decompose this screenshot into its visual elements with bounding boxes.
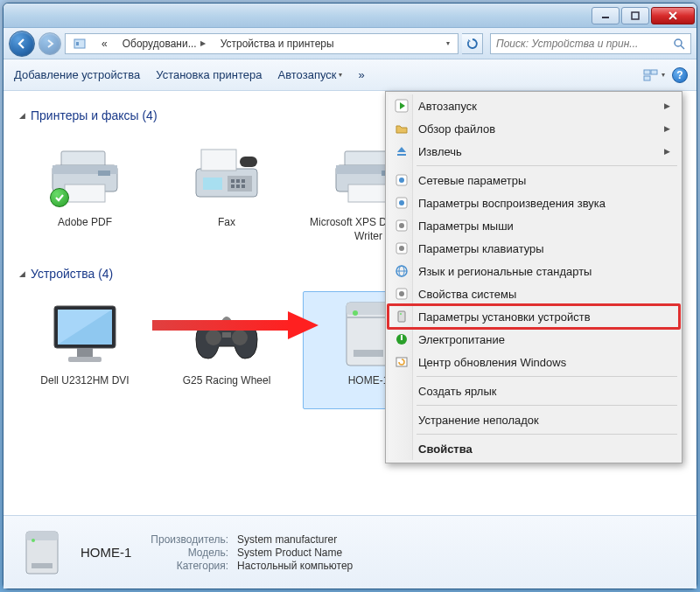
- search-input[interactable]: [496, 38, 673, 50]
- add-device-button[interactable]: Добавление устройства: [14, 68, 140, 81]
- svg-rect-42: [354, 350, 383, 357]
- svg-point-37: [232, 330, 248, 345]
- breadcrumb-chevron-icon[interactable]: «: [94, 34, 116, 53]
- details-key-manufacturer: Производитель:: [150, 533, 228, 546]
- context-menu-item[interactable]: Центр обновления Windows: [388, 351, 679, 373]
- breadcrumb-dropdown-icon[interactable]: ▾: [436, 34, 458, 53]
- svg-rect-19: [203, 178, 222, 190]
- svg-point-68: [399, 291, 404, 296]
- svg-rect-35: [68, 357, 102, 362]
- add-printer-button[interactable]: Установка принтера: [156, 68, 262, 81]
- svg-rect-4: [74, 39, 85, 48]
- device-label: G25 Racing Wheel: [183, 374, 271, 388]
- context-menu-item[interactable]: Создать ярлык: [388, 380, 679, 402]
- context-menu-item[interactable]: Свойства: [388, 437, 679, 460]
- svg-rect-53: [32, 563, 52, 568]
- submenu-arrow-icon: ▶: [664, 124, 670, 133]
- svg-rect-18: [240, 157, 257, 167]
- device-item[interactable]: Dell U2312HM DVI: [19, 291, 150, 409]
- address-bar[interactable]: « Оборудовани...▶ Устройства и принтеры …: [65, 33, 458, 54]
- back-button[interactable]: [9, 31, 35, 57]
- breadcrumb-icon[interactable]: [66, 34, 94, 53]
- svg-rect-8: [644, 70, 650, 74]
- more-commands-button[interactable]: »: [358, 68, 364, 81]
- view-options-button[interactable]: ▾: [643, 69, 665, 81]
- device-item[interactable]: Adobe PDF: [19, 133, 150, 251]
- svg-rect-22: [236, 179, 240, 183]
- context-menu-separator: [416, 405, 677, 406]
- context-menu-item[interactable]: Параметры воспроизведения звука: [388, 192, 679, 214]
- context-menu-item[interactable]: Извлечь▶: [388, 140, 679, 163]
- svg-point-70: [400, 313, 402, 315]
- submenu-arrow-icon: ▶: [664, 101, 670, 110]
- refresh-button[interactable]: [462, 33, 483, 54]
- keyboard-icon: [394, 240, 410, 256]
- context-menu-item[interactable]: Устранение неполадок: [388, 408, 679, 431]
- svg-rect-26: [242, 185, 245, 188]
- context-menu-label: Создать ярлык: [418, 385, 496, 398]
- fax-icon: [185, 141, 269, 211]
- device-label: Adobe PDF: [58, 216, 112, 230]
- svg-point-52: [32, 539, 35, 542]
- context-menu-item[interactable]: Сетевые параметры: [388, 169, 679, 192]
- context-menu-label: Параметры установки устройств: [418, 310, 591, 324]
- globe-icon: [394, 263, 410, 279]
- details-name: HOME-1: [80, 545, 131, 560]
- svg-rect-5: [76, 42, 79, 45]
- details-key-category: Категория:: [150, 560, 228, 572]
- device-item[interactable]: Fax: [161, 133, 292, 251]
- context-menu-item[interactable]: Автозапуск▶: [388, 94, 679, 117]
- search-box[interactable]: [490, 33, 691, 54]
- svg-rect-34: [77, 348, 93, 357]
- minimize-button[interactable]: [592, 7, 620, 24]
- svg-point-63: [399, 246, 404, 251]
- maximize-button[interactable]: [621, 7, 649, 24]
- network-icon: [394, 172, 410, 188]
- power-icon: [394, 331, 410, 347]
- details-val-manufacturer: System manufacturer: [237, 533, 353, 546]
- context-menu-item[interactable]: Свойства системы: [388, 282, 679, 305]
- breadcrumb-item-1[interactable]: Оборудовани...▶: [116, 34, 214, 53]
- svg-rect-10: [644, 76, 650, 80]
- context-menu-label: Свойства системы: [418, 288, 516, 301]
- context-menu-separator: [416, 376, 677, 377]
- context-menu-label: Электропитание: [418, 333, 505, 346]
- sound-icon: [394, 195, 410, 211]
- svg-rect-15: [98, 171, 110, 176]
- help-button[interactable]: ?: [672, 67, 688, 83]
- device-item[interactable]: G25 Racing Wheel: [161, 291, 292, 409]
- device-label: Dell U2312HM DVI: [40, 374, 129, 388]
- context-menu: Автозапуск▶Обзор файлов▶Извлечь▶Сетевые …: [385, 91, 682, 463]
- details-thumbnail: [16, 526, 68, 579]
- autorun-button[interactable]: Автозапуск ▾: [278, 68, 343, 81]
- svg-rect-1: [632, 12, 639, 19]
- submenu-arrow-icon: ▶: [664, 147, 670, 156]
- context-menu-item[interactable]: Электропитание: [388, 328, 679, 351]
- svg-rect-30: [348, 185, 388, 202]
- breadcrumb-item-2[interactable]: Устройства и принтеры: [214, 34, 342, 53]
- forward-button[interactable]: [38, 32, 61, 55]
- context-menu-item[interactable]: Язык и региональные стандарты: [388, 260, 679, 282]
- context-menu-label: Свойства: [418, 442, 472, 456]
- default-check-icon: [50, 188, 69, 207]
- svg-rect-72: [401, 335, 402, 340]
- context-menu-item[interactable]: Обзор файлов▶: [388, 117, 679, 140]
- context-menu-separator: [416, 165, 677, 166]
- device-label: Fax: [218, 216, 235, 230]
- details-val-category: Настольный компьютер: [237, 560, 353, 572]
- close-button[interactable]: [651, 7, 695, 24]
- svg-rect-20: [228, 176, 252, 192]
- svg-point-36: [206, 330, 221, 345]
- tower-icon: [394, 309, 410, 324]
- context-menu-item[interactable]: Параметры клавиатуры: [388, 237, 679, 260]
- context-menu-label: Параметры воспроизведения звука: [418, 197, 606, 210]
- svg-rect-27: [345, 151, 388, 167]
- monitor-icon: [43, 299, 127, 369]
- context-menu-item[interactable]: Параметры мыши: [388, 214, 679, 237]
- context-menu-item[interactable]: Параметры установки устройств: [388, 305, 679, 328]
- svg-rect-24: [231, 185, 234, 188]
- svg-rect-11: [61, 151, 105, 167]
- svg-point-57: [399, 178, 404, 183]
- pdf-icon: [43, 141, 127, 211]
- context-menu-separator: [416, 434, 677, 435]
